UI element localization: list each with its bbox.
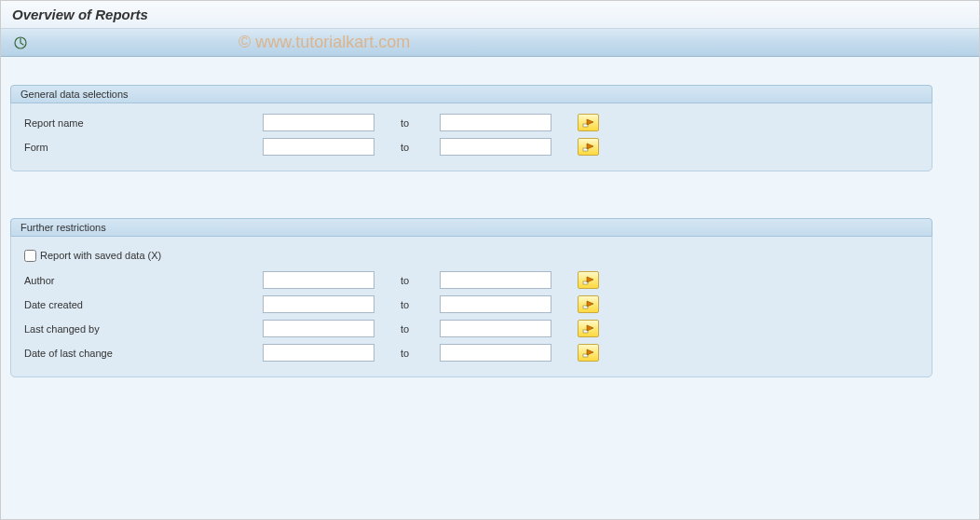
- title-bar: Overview of Reports: [1, 1, 979, 29]
- watermark: © www.tutorialkart.com: [238, 33, 410, 52]
- execute-button[interactable]: [10, 33, 31, 53]
- row-saved-data-checkbox: Report with saved data (X): [20, 244, 922, 267]
- input-author-to[interactable]: [440, 271, 551, 289]
- group-title-further: Further restrictions: [10, 218, 932, 237]
- arrow-right-icon: [582, 348, 595, 359]
- input-form-to[interactable]: [440, 138, 551, 156]
- input-report-name-to[interactable]: [440, 114, 551, 131]
- arrow-right-icon: [582, 275, 595, 286]
- input-date-last-to[interactable]: [440, 344, 551, 362]
- arrow-right-icon: [582, 142, 595, 153]
- group-general-data: General data selections Report name to F…: [10, 85, 932, 171]
- label-form: Form: [20, 142, 263, 153]
- label-last-changed-by: Last changed by: [20, 323, 263, 335]
- checkbox-saved-data[interactable]: [24, 250, 36, 262]
- group-title-general: General data selections: [10, 85, 932, 103]
- multi-select-form[interactable]: [578, 138, 599, 156]
- group-further-restrictions: Further restrictions Report with saved d…: [10, 218, 932, 377]
- row-date-last-change: Date of last change to: [20, 341, 922, 364]
- group-body-further: Report with saved data (X) Author to Dat…: [11, 237, 932, 376]
- input-author-from[interactable]: [263, 271, 374, 289]
- multi-select-report-name[interactable]: [578, 114, 599, 131]
- to-label: to: [374, 299, 440, 310]
- row-last-changed-by: Last changed by to: [20, 317, 922, 340]
- execute-icon: [13, 35, 28, 50]
- input-date-created-to[interactable]: [440, 295, 551, 313]
- to-label: to: [374, 275, 440, 286]
- multi-select-last-changed[interactable]: [578, 320, 599, 337]
- input-form-from[interactable]: [263, 138, 374, 156]
- group-body-general: Report name to Form to: [11, 103, 932, 171]
- label-report-name: Report name: [20, 117, 263, 129]
- multi-select-author[interactable]: [578, 271, 599, 289]
- row-author: Author to: [20, 268, 922, 292]
- to-label: to: [374, 323, 440, 335]
- label-date-last-change: Date of last change: [20, 348, 263, 359]
- row-date-created: Date created to: [20, 293, 922, 316]
- multi-select-date-created[interactable]: [578, 295, 599, 313]
- input-date-last-from[interactable]: [263, 344, 374, 362]
- row-form: Form to: [20, 135, 922, 158]
- label-date-created: Date created: [20, 299, 263, 310]
- to-label: to: [374, 117, 440, 129]
- arrow-right-icon: [582, 117, 595, 129]
- arrow-right-icon: [582, 323, 595, 335]
- input-last-changed-to[interactable]: [440, 320, 551, 337]
- label-author: Author: [20, 275, 263, 286]
- page-title: Overview of Reports: [12, 7, 968, 22]
- label-saved-data: Report with saved data (X): [40, 250, 161, 261]
- to-label: to: [374, 142, 440, 153]
- content-area: General data selections Report name to F…: [1, 57, 979, 520]
- input-date-created-from[interactable]: [263, 295, 374, 313]
- row-report-name: Report name to: [20, 111, 922, 134]
- arrow-right-icon: [582, 299, 595, 310]
- toolbar: © www.tutorialkart.com: [1, 29, 979, 57]
- input-last-changed-from[interactable]: [263, 320, 374, 337]
- input-report-name-from[interactable]: [263, 114, 374, 131]
- multi-select-date-last[interactable]: [578, 344, 599, 362]
- to-label: to: [374, 348, 440, 359]
